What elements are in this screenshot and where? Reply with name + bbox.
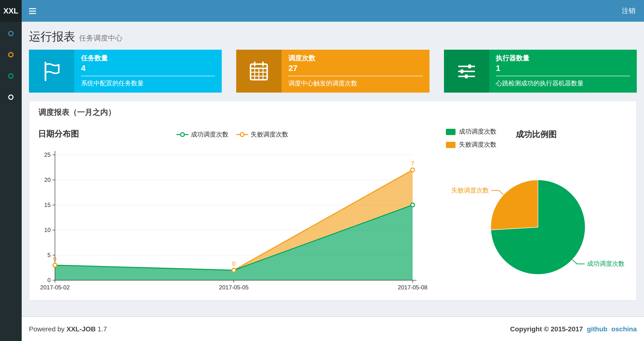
info-box-divider	[81, 76, 215, 76]
svg-text:0: 0	[232, 260, 235, 267]
sidebar-toggle-button[interactable]	[22, 0, 44, 22]
date-distribution-chart-title: 日期分布图	[38, 128, 79, 139]
sidebar-item[interactable]	[0, 86, 22, 108]
info-box-value: 4	[81, 64, 215, 73]
info-box-desc: 调度中心触发的调度次数	[288, 79, 423, 88]
legend-label: 成功调度次数	[191, 130, 228, 139]
line-legend-marker	[176, 132, 188, 137]
info-box-desc: 系统中配置的任务数量	[81, 79, 215, 88]
svg-text:0: 0	[53, 256, 56, 262]
hamburger-icon	[29, 8, 36, 14]
report-panel: 调度报表（一月之内） 日期分布图 成功调度次数失败调度次数 成功调度次数失败调度…	[29, 101, 637, 300]
legend-item[interactable]: 失败调度次数	[236, 130, 288, 139]
logout-link[interactable]: 注销	[613, 0, 644, 22]
footer-powered-by: Powered by XXL-JOB 1.7	[29, 325, 107, 333]
svg-text:2017-05-02: 2017-05-02	[40, 284, 70, 291]
footer-links: githuboschina	[583, 325, 637, 333]
line-chart-legend: 成功调度次数失败调度次数	[176, 130, 288, 139]
legend-label: 失败调度次数	[459, 140, 496, 149]
info-box-desc: 心跳检测成功的执行器机器数量	[496, 79, 630, 88]
sidebar-item[interactable]	[0, 65, 22, 86]
top-navbar: XXL 注销	[0, 0, 644, 22]
svg-text:20: 20	[44, 177, 50, 183]
svg-text:2017-05-08: 2017-05-08	[398, 284, 428, 291]
powered-by-text: Powered by	[29, 325, 64, 333]
info-box-title: 调度次数	[288, 54, 423, 63]
copyright-text: Copyright © 2015-2017	[510, 325, 583, 333]
svg-text:2017-05-05: 2017-05-05	[219, 284, 249, 291]
info-box-title: 任务数量	[81, 54, 215, 63]
sidebar-menu	[0, 22, 22, 108]
sidebar	[0, 22, 22, 341]
footer-link-github[interactable]: github	[587, 325, 608, 333]
sidebar-item[interactable]	[0, 44, 22, 65]
brand-text: XXL-JOB	[66, 325, 96, 333]
sidebar-item[interactable]	[0, 23, 22, 44]
square-legend-marker	[446, 142, 456, 148]
version-text: 1.7	[98, 325, 107, 333]
svg-text:15: 15	[44, 202, 50, 208]
legend-item[interactable]: 失败调度次数	[446, 140, 496, 149]
success-ratio-chart-title: 成功比例图	[516, 129, 557, 140]
svg-text:5: 5	[48, 252, 50, 258]
info-box-divider	[496, 76, 630, 76]
panel-title: 调度报表（一月之内）	[38, 108, 116, 118]
line-legend-marker	[236, 132, 248, 137]
main-content: 运行报表 任务调度中心 任务数量4系统中配置的任务数量调度次数27调度中心触发的…	[22, 22, 644, 300]
page-footer: Powered by XXL-JOB 1.7 Copyright © 2015-…	[22, 316, 644, 341]
page-subtitle: 任务调度中心	[79, 34, 122, 43]
success-ratio-pie-chart: 成功调度次数失败调度次数	[430, 159, 644, 294]
pie-chart-legend: 成功调度次数失败调度次数	[446, 127, 496, 149]
legend-label: 失败调度次数	[251, 130, 288, 139]
content-header: 运行报表 任务调度中心	[22, 22, 644, 44]
circle-icon	[8, 94, 14, 100]
legend-item[interactable]: 成功调度次数	[176, 130, 228, 139]
square-legend-marker	[446, 129, 456, 135]
calendar-icon	[236, 50, 282, 93]
footer-link-oschina[interactable]: oschina	[611, 325, 637, 333]
sliders-icon	[444, 50, 489, 93]
svg-text:7: 7	[411, 160, 414, 167]
svg-text:失败调度次数: 失败调度次数	[452, 187, 489, 194]
info-box-row: 任务数量4系统中配置的任务数量调度次数27调度中心触发的调度次数执行器数量1心跳…	[22, 44, 644, 93]
info-box: 调度次数27调度中心触发的调度次数	[236, 50, 430, 93]
footer-copyright: Copyright © 2015-2017githuboschina	[510, 325, 637, 333]
info-box: 执行器数量1心跳检测成功的执行器机器数量	[444, 50, 637, 93]
circle-icon	[8, 31, 14, 36]
legend-label: 成功调度次数	[459, 127, 496, 136]
info-box-value: 1	[496, 64, 630, 73]
info-box-divider	[288, 76, 423, 76]
svg-text:25: 25	[44, 151, 50, 158]
app: XXL 注销 运行报表 任务调度中心 任务数量4系统中配置的任务数量调度次数27…	[0, 0, 644, 341]
date-distribution-chart: 05101520252017-05-022017-05-052017-05-08…	[30, 147, 439, 294]
app-logo[interactable]: XXL	[0, 0, 22, 22]
flag-icon	[29, 50, 74, 93]
svg-text:10: 10	[44, 227, 50, 233]
svg-text:成功调度次数: 成功调度次数	[587, 260, 624, 267]
page-title: 运行报表 任务调度中心	[29, 29, 637, 44]
page-title-text: 运行报表	[29, 29, 75, 44]
circle-icon	[8, 73, 14, 78]
legend-item[interactable]: 成功调度次数	[446, 127, 496, 136]
info-box-value: 27	[288, 64, 423, 73]
svg-text:0: 0	[48, 277, 50, 283]
info-box-title: 执行器数量	[496, 54, 630, 63]
circle-icon	[8, 52, 14, 57]
info-box: 任务数量4系统中配置的任务数量	[29, 50, 222, 93]
